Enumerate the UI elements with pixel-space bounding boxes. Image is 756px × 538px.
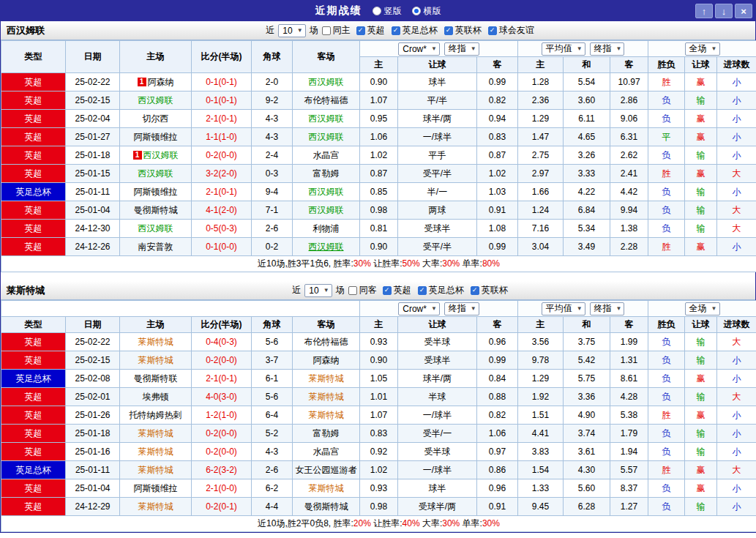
col-header-avg-home: 主 [518,57,564,73]
same-venue-checkbox[interactable]: 同客 [348,284,377,296]
summary-stat-value: 80% [482,258,500,269]
col-header-result: 胜负 [648,317,685,333]
close-button[interactable]: × [735,4,752,18]
checkbox-icon: ✓ [418,286,427,295]
avg-stage-select[interactable]: 终指▼ [590,42,625,56]
avg-home-cell: 2.75 [518,146,564,165]
scope-select[interactable]: 全场▼ [685,302,720,315]
away-team-cell: 富勒姆 [293,165,360,183]
avg-home-cell: 9.78 [518,351,564,370]
odds-away-cell: 1.03 [477,183,518,201]
col-header-odds-handicap: 让球 [398,317,477,333]
away-team-cell: 利物浦 [293,220,360,238]
league-filter-checkbox[interactable]: ✓英超 [356,24,385,37]
league-filter-checkbox[interactable]: ✓英足总杯 [392,24,438,37]
summary-stat-value: 30% [442,258,460,269]
summary-stat-label: 单率: [460,258,482,269]
result-cell: 胜 [648,406,685,425]
avg-stage-select[interactable]: 终指▼ [590,302,625,315]
odds-handicap-cell: 受平/半 [398,165,477,183]
team-name: 布伦特福德 [304,95,348,105]
same-venue-checkbox[interactable]: 同主 [322,24,351,37]
avg-home-cell: 3.04 [518,238,564,256]
avg-home-cell: 1.29 [518,110,564,128]
team-name: 富勒姆 [313,168,340,179]
team-name-heading: 莱斯特城 [7,284,45,297]
home-team-cell: 莱斯特城 [120,333,192,351]
avg-home-cell: 1.92 [518,388,564,406]
odds-stage-select[interactable]: 终指▼ [444,302,479,315]
match-row: 英超25-01-26托特纳姆热刺1-2(1-0)6-4莱斯特城1.07一/球半0… [1,406,756,425]
away-team-cell: 莱斯特城 [293,479,360,498]
avg-home-cell: 1.28 [518,73,564,91]
team-name: 莱斯特城 [309,392,344,402]
match-count-select[interactable]: 10▼ [304,284,332,297]
avg-away-cell: 5.57 [610,461,648,479]
goals-cell: 大 [717,388,756,406]
avg-draw-cell: 3.26 [564,146,610,165]
team-name: 托特纳姆热刺 [130,410,182,420]
team-name: 阿森纳 [313,355,340,365]
chevron-down-icon: ▼ [471,305,476,312]
odds-source-select[interactable]: Crow*▼ [398,42,440,56]
odds-handicap-cell: 一/球半 [398,128,477,146]
match-count-select[interactable]: 10▼ [278,24,305,37]
avg-source-select[interactable]: 平均值▼ [542,302,585,315]
score-cell: 0-1(0-1) [192,73,252,91]
league-filter-checkbox[interactable]: ✓球会友谊 [488,24,534,37]
score-cell: 2-1(0-1) [192,110,252,128]
corner-cell: 2-4 [252,146,293,165]
goals-cell: 小 [717,128,756,146]
away-team-cell: 富勒姆 [293,425,360,443]
handicap-result-cell: 输 [685,425,717,443]
match-row: 英超24-12-30西汉姆联0-5(0-3)2-6利物浦0.81受球半1.087… [1,220,756,238]
league-filter-checkbox[interactable]: ✓英联杯 [471,284,508,296]
home-team-cell: 曼彻斯特联 [120,370,192,388]
col-header-goals: 进球数 [717,317,756,333]
league-filter-checkbox[interactable]: ✓英足总杯 [418,284,464,296]
checkbox-label: 球会友谊 [499,24,534,37]
move-down-button[interactable]: ↓ [715,4,733,18]
score-cell: 4-0(3-0) [192,388,252,406]
layout-radio-horizontal[interactable]: 横版 [412,5,441,18]
league-filter-checkbox[interactable]: ✓英联杯 [444,24,482,37]
avg-home-cell: 3.56 [518,333,564,351]
odds-handicap-cell: 受半/一 [398,425,477,443]
odds-source-select[interactable]: Crow*▼ [398,302,440,315]
score-cell: 0-2(0-0) [192,146,252,165]
summary-stat-label: 大率: [420,518,443,528]
summary-stat-label: 让胜率: [371,258,403,269]
layout-radio-vertical[interactable]: 竖版 [373,5,402,18]
goals-cell: 大 [717,461,756,479]
goals-cell: 小 [717,425,756,443]
titlebar: 近期战绩 竖版 横版 ↑ ↓ × [1,1,755,21]
handicap-result-cell: 输 [685,201,717,220]
scope-select[interactable]: 全场▼ [685,42,720,56]
chevron-down-icon: ▼ [577,45,583,52]
chevron-down-icon: ▼ [616,305,622,312]
avg-draw-cell: 5.42 [564,351,610,370]
avg-source-select[interactable]: 平均值▼ [542,42,585,56]
league-cell: 英超 [1,201,66,220]
odds-stage-select[interactable]: 终指▼ [444,42,479,56]
league-cell: 英超 [1,443,66,461]
avg-home-cell: 2.36 [518,91,564,110]
league-cell: 英超 [1,351,66,370]
away-team-cell: 西汉姆联 [293,128,360,146]
avg-source-value: 平均值 [546,42,572,55]
home-team-cell: 托特纳姆热刺 [120,406,192,425]
league-filter-checkbox[interactable]: ✓英超 [383,284,411,296]
widget-title: 近期战绩 [315,4,362,18]
date-cell: 25-01-04 [66,201,120,220]
col-header-odds-home: 主 [360,317,398,333]
home-team-cell: 西汉姆联 [120,220,192,238]
score-cell: 3-2(2-0) [192,165,252,183]
odds-away-cell: 0.82 [477,91,518,110]
odds-home-cell: 0.95 [360,110,398,128]
move-up-button[interactable]: ↑ [695,4,713,18]
odds-home-cell: 1.02 [360,461,398,479]
home-team-cell: 南安普敦 [120,238,192,256]
avg-away-cell: 2.28 [610,238,648,256]
odds-home-cell: 0.83 [360,425,398,443]
col-header-handicap-result: 让球 [685,57,717,73]
